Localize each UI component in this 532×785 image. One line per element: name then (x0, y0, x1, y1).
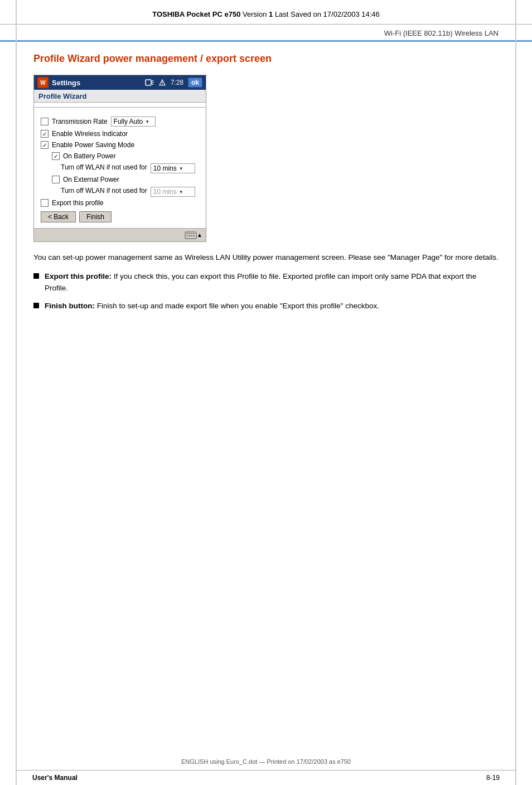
battery-power-label: On Battery Power (63, 152, 116, 160)
external-power-label: On External Power (63, 176, 119, 183)
power-saving-row: Enable Power Saving Mode (41, 141, 199, 149)
turn-off-battery-dropdown[interactable]: 10 mins ▼ (151, 163, 195, 173)
bullet-finish-text: Finish button: Finish to set-up and made… (45, 301, 379, 312)
external-power-row: On External Power (41, 176, 199, 183)
taskbar-keyboard-icon (185, 231, 197, 239)
svg-text:W: W (40, 80, 46, 86)
transmission-rate-dropdown[interactable]: Fully Auto ▼ (111, 117, 156, 127)
power-saving-checkbox[interactable] (41, 141, 49, 149)
device-taskbar: ▲ (34, 228, 206, 241)
bullet-item-export: Export this profile: If you check this, … (33, 271, 499, 294)
bullet-list: Export this profile: If you check this, … (33, 271, 499, 312)
bullet-export-text: Export this profile: If you check this, … (45, 271, 499, 294)
footer-right: 8-19 (486, 774, 500, 782)
device-form-body: Transmission Rate Fully Auto ▼ Enable Wi… (34, 112, 206, 228)
svg-rect-15 (188, 235, 192, 236)
description-text: You can set-up power management same as … (33, 252, 499, 263)
svg-rect-12 (191, 233, 192, 234)
taskbar-arrow-icon: ▲ (197, 232, 202, 238)
titlebar-icons (145, 79, 166, 87)
page-footer: User's Manual 8-19 (16, 770, 516, 785)
bullet-export-label: Export this profile: (45, 272, 112, 280)
bullet-square-icon-2 (33, 303, 39, 308)
bullet-square-icon (33, 273, 39, 279)
back-button[interactable]: < Back (41, 211, 76, 222)
svg-rect-16 (193, 235, 195, 236)
transmission-rate-row: Transmission Rate Fully Auto ▼ (41, 117, 199, 127)
wireless-indicator-label: Enable Wireless Indicator (52, 130, 128, 138)
dropdown-arrow-external-icon: ▼ (179, 190, 183, 195)
last-saved: Last Saved on 17/02/2003 14:46 (275, 10, 380, 18)
bottom-credits: ENGLISH using Euro_C.dot — Printed on 17… (16, 758, 516, 765)
svg-rect-2 (146, 80, 151, 85)
device-nav-bar: Profile Wizard (34, 90, 206, 103)
wireless-indicator-row: Enable Wireless Indicator (41, 130, 199, 138)
device-titlebar: W Settings (34, 75, 206, 90)
turn-off-external-label: Turn off WLAN if not used for (61, 187, 147, 196)
export-profile-label: Export this profile (52, 199, 104, 207)
battery-power-checkbox[interactable] (52, 152, 60, 160)
chapter-label: Wi-Fi (IEEE 802.11b) Wireless LAN (384, 29, 499, 37)
turn-off-battery-label: Turn off WLAN if not used for (61, 163, 147, 172)
wireless-indicator-checkbox[interactable] (41, 130, 49, 138)
titlebar-title: Settings (52, 79, 80, 87)
transmission-rate-checkbox[interactable] (41, 118, 49, 125)
section-heading: Profile Wizard power management / export… (33, 53, 499, 65)
brand-title: TOSHIBA Pocket PC e750 (152, 10, 240, 18)
titlebar-time: 7:28 (171, 79, 183, 86)
svg-line-3 (152, 80, 153, 81)
version-label: Version 1 (243, 10, 275, 18)
svg-point-8 (162, 84, 163, 85)
dropdown-arrow-battery-icon: ▼ (179, 166, 183, 171)
svg-rect-14 (186, 235, 188, 236)
transmission-rate-value: Fully Auto (114, 118, 143, 125)
device-screen: W Settings (33, 75, 206, 242)
turn-off-external-dropdown[interactable]: 10 mins ▼ (151, 187, 195, 197)
turn-off-external-row: Turn off WLAN if not used for 10 mins ▼ (41, 187, 199, 197)
footer-left: User's Manual (32, 774, 78, 782)
finish-button[interactable]: Finish (79, 211, 112, 222)
svg-rect-13 (193, 233, 195, 234)
bullet-item-finish: Finish button: Finish to set-up and made… (33, 301, 499, 312)
bullet-finish-label: Finish button: (45, 302, 95, 310)
nav-title: Profile Wizard (38, 92, 87, 100)
battery-power-row: On Battery Power (41, 152, 199, 160)
titlebar-icon: W (37, 77, 49, 88)
ok-button[interactable]: ok (188, 77, 202, 88)
turn-off-battery-row: Turn off WLAN if not used for 10 mins ▼ (41, 163, 199, 173)
turn-off-external-value: 10 mins (153, 188, 177, 196)
external-power-checkbox[interactable] (52, 176, 60, 183)
device-action-buttons: < Back Finish (41, 211, 199, 222)
svg-rect-10 (186, 233, 188, 234)
svg-line-4 (152, 84, 153, 85)
turn-off-battery-value: 10 mins (153, 164, 177, 172)
svg-rect-11 (188, 233, 190, 234)
transmission-rate-label: Transmission Rate (52, 118, 108, 125)
export-profile-row: Export this profile (41, 199, 199, 207)
power-saving-label: Enable Power Saving Mode (52, 141, 134, 149)
dropdown-arrow-icon: ▼ (145, 119, 149, 124)
export-profile-checkbox[interactable] (41, 199, 49, 207)
